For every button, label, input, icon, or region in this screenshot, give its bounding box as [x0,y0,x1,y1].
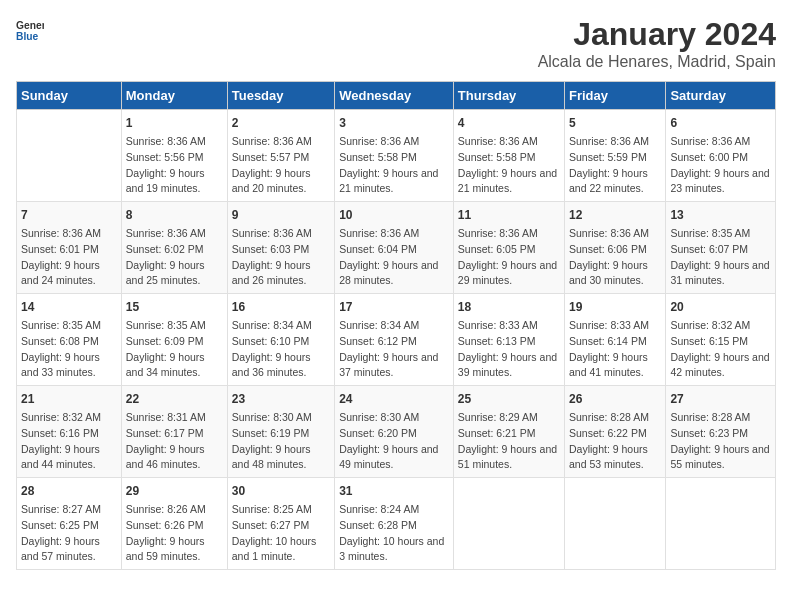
day-details: Sunrise: 8:32 AMSunset: 6:15 PMDaylight:… [670,318,771,381]
day-number: 13 [670,206,771,224]
day-number: 9 [232,206,330,224]
day-number: 1 [126,114,223,132]
day-cell: 26Sunrise: 8:28 AMSunset: 6:22 PMDayligh… [565,386,666,478]
day-details: Sunrise: 8:36 AMSunset: 5:57 PMDaylight:… [232,134,330,197]
day-cell: 19Sunrise: 8:33 AMSunset: 6:14 PMDayligh… [565,294,666,386]
logo-icon: General Blue [16,16,44,44]
day-number: 21 [21,390,117,408]
day-cell: 4Sunrise: 8:36 AMSunset: 5:58 PMDaylight… [453,110,564,202]
day-details: Sunrise: 8:35 AMSunset: 6:08 PMDaylight:… [21,318,117,381]
day-cell: 27Sunrise: 8:28 AMSunset: 6:23 PMDayligh… [666,386,776,478]
day-cell: 28Sunrise: 8:27 AMSunset: 6:25 PMDayligh… [17,478,122,570]
day-cell: 8Sunrise: 8:36 AMSunset: 6:02 PMDaylight… [121,202,227,294]
col-header-wednesday: Wednesday [335,82,454,110]
day-number: 2 [232,114,330,132]
day-details: Sunrise: 8:29 AMSunset: 6:21 PMDaylight:… [458,410,560,473]
day-details: Sunrise: 8:30 AMSunset: 6:20 PMDaylight:… [339,410,449,473]
main-title: January 2024 [538,16,776,53]
day-details: Sunrise: 8:30 AMSunset: 6:19 PMDaylight:… [232,410,330,473]
day-details: Sunrise: 8:32 AMSunset: 6:16 PMDaylight:… [21,410,117,473]
day-number: 10 [339,206,449,224]
day-cell: 29Sunrise: 8:26 AMSunset: 6:26 PMDayligh… [121,478,227,570]
day-number: 5 [569,114,661,132]
day-number: 26 [569,390,661,408]
day-cell: 15Sunrise: 8:35 AMSunset: 6:09 PMDayligh… [121,294,227,386]
day-cell: 10Sunrise: 8:36 AMSunset: 6:04 PMDayligh… [335,202,454,294]
day-cell: 12Sunrise: 8:36 AMSunset: 6:06 PMDayligh… [565,202,666,294]
day-details: Sunrise: 8:35 AMSunset: 6:07 PMDaylight:… [670,226,771,289]
day-cell: 3Sunrise: 8:36 AMSunset: 5:58 PMDaylight… [335,110,454,202]
day-details: Sunrise: 8:36 AMSunset: 5:58 PMDaylight:… [339,134,449,197]
day-cell: 11Sunrise: 8:36 AMSunset: 6:05 PMDayligh… [453,202,564,294]
day-details: Sunrise: 8:27 AMSunset: 6:25 PMDaylight:… [21,502,117,565]
day-number: 18 [458,298,560,316]
day-number: 15 [126,298,223,316]
day-cell: 21Sunrise: 8:32 AMSunset: 6:16 PMDayligh… [17,386,122,478]
day-cell: 30Sunrise: 8:25 AMSunset: 6:27 PMDayligh… [227,478,334,570]
day-number: 24 [339,390,449,408]
day-number: 22 [126,390,223,408]
day-number: 30 [232,482,330,500]
day-details: Sunrise: 8:36 AMSunset: 6:02 PMDaylight:… [126,226,223,289]
day-details: Sunrise: 8:28 AMSunset: 6:22 PMDaylight:… [569,410,661,473]
day-number: 8 [126,206,223,224]
day-number: 25 [458,390,560,408]
day-cell [666,478,776,570]
day-number: 7 [21,206,117,224]
day-details: Sunrise: 8:36 AMSunset: 5:58 PMDaylight:… [458,134,560,197]
title-area: January 2024 Alcala de Henares, Madrid, … [538,16,776,71]
day-cell: 16Sunrise: 8:34 AMSunset: 6:10 PMDayligh… [227,294,334,386]
day-cell: 20Sunrise: 8:32 AMSunset: 6:15 PMDayligh… [666,294,776,386]
day-details: Sunrise: 8:36 AMSunset: 5:59 PMDaylight:… [569,134,661,197]
day-number: 23 [232,390,330,408]
day-details: Sunrise: 8:36 AMSunset: 6:04 PMDaylight:… [339,226,449,289]
col-header-monday: Monday [121,82,227,110]
day-number: 3 [339,114,449,132]
day-number: 12 [569,206,661,224]
day-cell [17,110,122,202]
day-cell: 22Sunrise: 8:31 AMSunset: 6:17 PMDayligh… [121,386,227,478]
logo: General Blue [16,16,44,44]
col-header-sunday: Sunday [17,82,122,110]
day-details: Sunrise: 8:36 AMSunset: 6:00 PMDaylight:… [670,134,771,197]
header-row: SundayMondayTuesdayWednesdayThursdayFrid… [17,82,776,110]
week-row-2: 7Sunrise: 8:36 AMSunset: 6:01 PMDaylight… [17,202,776,294]
day-number: 14 [21,298,117,316]
day-cell: 18Sunrise: 8:33 AMSunset: 6:13 PMDayligh… [453,294,564,386]
day-details: Sunrise: 8:36 AMSunset: 5:56 PMDaylight:… [126,134,223,197]
day-details: Sunrise: 8:25 AMSunset: 6:27 PMDaylight:… [232,502,330,565]
svg-text:Blue: Blue [16,31,39,42]
day-cell [453,478,564,570]
header: General Blue January 2024 Alcala de Hena… [16,16,776,71]
day-number: 27 [670,390,771,408]
day-number: 28 [21,482,117,500]
day-number: 16 [232,298,330,316]
day-details: Sunrise: 8:36 AMSunset: 6:03 PMDaylight:… [232,226,330,289]
col-header-saturday: Saturday [666,82,776,110]
day-cell: 6Sunrise: 8:36 AMSunset: 6:00 PMDaylight… [666,110,776,202]
day-details: Sunrise: 8:35 AMSunset: 6:09 PMDaylight:… [126,318,223,381]
day-cell: 23Sunrise: 8:30 AMSunset: 6:19 PMDayligh… [227,386,334,478]
day-details: Sunrise: 8:28 AMSunset: 6:23 PMDaylight:… [670,410,771,473]
day-cell: 25Sunrise: 8:29 AMSunset: 6:21 PMDayligh… [453,386,564,478]
day-number: 6 [670,114,771,132]
day-number: 19 [569,298,661,316]
day-details: Sunrise: 8:33 AMSunset: 6:14 PMDaylight:… [569,318,661,381]
day-details: Sunrise: 8:33 AMSunset: 6:13 PMDaylight:… [458,318,560,381]
day-cell: 24Sunrise: 8:30 AMSunset: 6:20 PMDayligh… [335,386,454,478]
week-row-4: 21Sunrise: 8:32 AMSunset: 6:16 PMDayligh… [17,386,776,478]
col-header-tuesday: Tuesday [227,82,334,110]
day-cell: 5Sunrise: 8:36 AMSunset: 5:59 PMDaylight… [565,110,666,202]
day-cell: 2Sunrise: 8:36 AMSunset: 5:57 PMDaylight… [227,110,334,202]
day-details: Sunrise: 8:31 AMSunset: 6:17 PMDaylight:… [126,410,223,473]
day-cell: 7Sunrise: 8:36 AMSunset: 6:01 PMDaylight… [17,202,122,294]
day-number: 4 [458,114,560,132]
day-number: 17 [339,298,449,316]
day-number: 29 [126,482,223,500]
day-details: Sunrise: 8:24 AMSunset: 6:28 PMDaylight:… [339,502,449,565]
day-cell: 31Sunrise: 8:24 AMSunset: 6:28 PMDayligh… [335,478,454,570]
svg-text:General: General [16,20,44,31]
day-details: Sunrise: 8:36 AMSunset: 6:06 PMDaylight:… [569,226,661,289]
week-row-3: 14Sunrise: 8:35 AMSunset: 6:08 PMDayligh… [17,294,776,386]
day-details: Sunrise: 8:34 AMSunset: 6:10 PMDaylight:… [232,318,330,381]
